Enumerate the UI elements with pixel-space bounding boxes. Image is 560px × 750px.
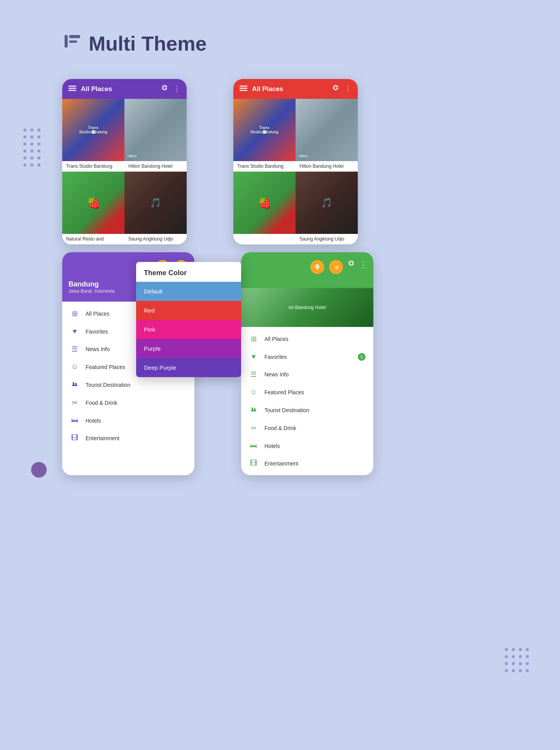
tool-icon: [62, 31, 82, 56]
more-icon-green-header[interactable]: ⋮: [359, 260, 367, 274]
caption-trans-2: Trans Studio Bandung: [233, 161, 296, 172]
menu-item-hotels[interactable]: 🛏 Hotels: [62, 412, 194, 429]
menu-item-tourist-destination[interactable]: Tourist Destination: [62, 376, 194, 394]
image-cell-natural: Natural Resto and: [62, 172, 124, 244]
favorites-icon: ♥: [70, 327, 79, 335]
featured-icon-g: ☺: [249, 388, 258, 396]
news-label: News Info: [86, 346, 110, 352]
svg-rect-0: [65, 35, 68, 47]
hilton-bandung-label: on Bandung Hotel: [241, 288, 373, 327]
sidebar-header-icons-green: ⋮: [247, 260, 367, 274]
svg-rect-11: [72, 385, 77, 386]
hotels-label: Hotels: [86, 418, 101, 424]
refresh-icon[interactable]: [161, 84, 168, 93]
refresh-icon-green-header[interactable]: [348, 260, 355, 274]
sidebar-green-phone: ⋮ on Bandung Hotel ⊞ All Places ♥ Favori…: [241, 252, 373, 475]
purple-phone-title: All Places: [81, 85, 161, 93]
image-cell-saung-red: Saung Angklung Udjo: [296, 172, 358, 244]
favorites-badge-g: 0: [358, 353, 366, 361]
favorites-icon-g: ♥: [249, 353, 258, 361]
menu-item-food-drink[interactable]: ✂ Food & Drink: [62, 394, 194, 412]
favorites-label-g: Favorites: [264, 354, 287, 360]
tourist-icon-g: [249, 406, 258, 415]
top-phones-row: All Places ⋮ Trans Studio Bandung Hilton…: [62, 79, 513, 244]
more-icon[interactable]: ⋮: [173, 84, 180, 93]
purple-phone-header: All Places ⋮: [62, 79, 187, 99]
red-phone-title: All Places: [252, 85, 332, 93]
svg-rect-15: [251, 410, 256, 411]
food-icon-g: ✂: [249, 424, 258, 432]
svg-rect-2: [69, 40, 77, 43]
page-title: Multi Theme: [89, 32, 206, 55]
image-cell-hilton: Hilton Bandung Hotel: [124, 99, 187, 172]
menu-item-hotels-g[interactable]: 🛏 Hotels: [241, 437, 373, 455]
caption-saung-2: Saung Angklung Udjo: [296, 234, 358, 244]
caption-hilton-1: Hilton Bandung Hotel: [124, 161, 187, 172]
svg-marker-6: [166, 85, 167, 88]
theme-option-red[interactable]: Red: [136, 301, 241, 320]
theme-option-deep-purple[interactable]: Deep Purple: [136, 358, 241, 377]
green-phone-image-partial: on Bandung Hotel: [241, 288, 373, 327]
entertainment-icon-g: 🎞: [249, 459, 258, 467]
caption-hilton-2: Hilton Bandung Hotel: [296, 161, 358, 172]
all-places-icon: ⊞: [70, 309, 79, 318]
svg-rect-5: [68, 90, 76, 91]
food-label-g: Food & Drink: [264, 425, 296, 431]
map-icon-btn-green[interactable]: [310, 260, 324, 274]
menu-item-entertainment[interactable]: 🎞 Entertainment: [62, 429, 194, 447]
hotel-icon-g: 🛏: [249, 442, 258, 450]
tourist-label-g: Tourist Destination: [264, 407, 309, 413]
svg-rect-1: [69, 35, 80, 38]
refresh-icon-red[interactable]: [332, 84, 339, 93]
svg-rect-17: [254, 408, 256, 410]
menu-item-food-drink-g[interactable]: ✂ Food & Drink: [241, 419, 373, 437]
purple-phone-image-grid: Trans Studio Bandung Hilton Bandung Hote…: [62, 99, 187, 244]
hotels-label-g: Hotels: [264, 443, 280, 449]
dot-grid-right: [505, 648, 529, 672]
favorites-label: Favorites: [86, 328, 108, 335]
image-cell-trans-red: Trans Studio Bandung: [233, 99, 296, 172]
caption-natural-2: [233, 234, 296, 239]
more-icon-red[interactable]: ⋮: [345, 84, 352, 93]
all-places-label: All Places: [86, 311, 109, 317]
decoration-circle: [31, 462, 47, 478]
featured-icon: ☺: [70, 363, 79, 371]
menu-icon-red[interactable]: [240, 86, 247, 93]
entertainment-label-g: Entertainment: [264, 460, 298, 467]
svg-marker-14: [352, 261, 354, 263]
svg-rect-9: [240, 90, 247, 91]
svg-rect-13: [75, 383, 77, 385]
menu-item-entertainment-g[interactable]: 🎞 Entertainment: [241, 455, 373, 472]
svg-rect-8: [240, 88, 247, 89]
menu-icon[interactable]: [68, 86, 76, 93]
food-label: Food & Drink: [86, 400, 117, 406]
menu-item-featured-places-g[interactable]: ☺ Featured Places: [241, 383, 373, 401]
svg-marker-10: [337, 85, 338, 88]
settings-icon-btn-green[interactable]: [329, 260, 343, 274]
purple-phone-icons: ⋮: [161, 84, 180, 93]
image-cell-hilton-red: Hilton Bandung Hotel: [296, 99, 358, 172]
menu-item-all-places-g[interactable]: ⊞ All Places: [241, 330, 373, 348]
theme-option-default[interactable]: Default: [136, 282, 241, 301]
sidebar-menu-green: ⊞ All Places ♥ Favorites 0 ☰ News Info ☺…: [241, 327, 373, 475]
purple-phone: All Places ⋮ Trans Studio Bandung Hilton…: [62, 79, 187, 244]
menu-item-news-info-g[interactable]: ☰ News Info: [241, 365, 373, 383]
menu-item-favorites-g[interactable]: ♥ Favorites 0: [241, 348, 373, 365]
all-places-icon-g: ⊞: [249, 335, 258, 343]
news-label-g: News Info: [264, 371, 289, 378]
theme-option-pink[interactable]: Pink: [136, 320, 241, 339]
svg-rect-16: [252, 407, 253, 410]
red-phone-image-grid: Trans Studio Bandung Hilton Bandung Hote…: [233, 99, 358, 244]
spacer: [202, 79, 218, 244]
red-phone-header: All Places ⋮: [233, 79, 358, 99]
theme-option-purple[interactable]: Purple: [136, 339, 241, 358]
entertainment-label: Entertainment: [86, 435, 119, 441]
caption-saung-1: Saung Angklung Udjo: [124, 234, 187, 244]
menu-item-tourist-destination-g[interactable]: Tourist Destination: [241, 401, 373, 419]
dropdown-title: Theme Color: [136, 262, 241, 282]
tourist-label: Tourist Destination: [86, 382, 130, 388]
svg-rect-3: [68, 86, 76, 87]
image-cell-trans: Trans Studio Bandung: [62, 99, 124, 172]
food-icon: ✂: [70, 399, 79, 407]
red-phone-icons: ⋮: [332, 84, 352, 93]
